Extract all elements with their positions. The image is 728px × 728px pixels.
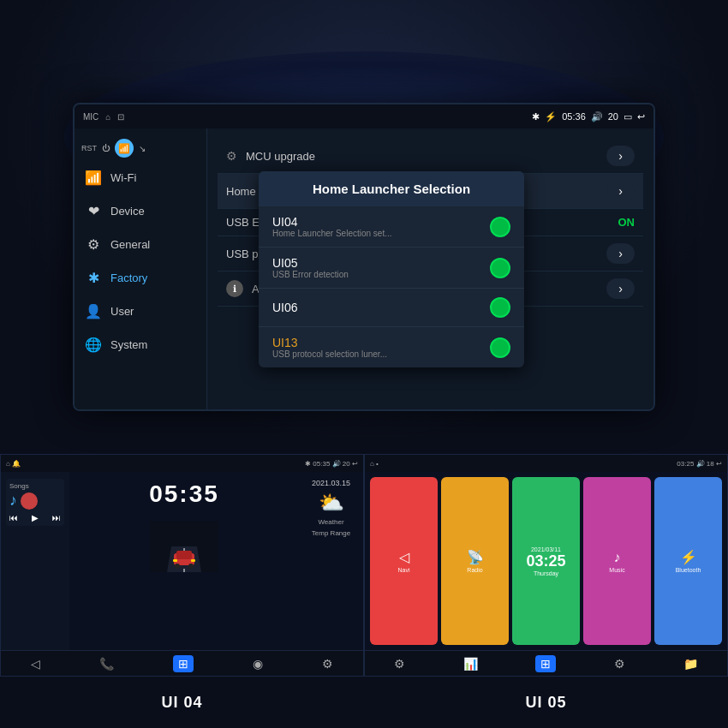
ui06-main: UI06	[272, 301, 298, 314]
home-icon: ⌂	[105, 112, 110, 122]
sidebar-item-system[interactable]: 🌐 System	[75, 328, 206, 361]
ui06-label: UI06	[272, 301, 298, 314]
sidebar-wifi-label: Wi-Fi	[110, 171, 136, 184]
rst-label[interactable]: RST	[81, 144, 97, 152]
ui05-apps-icon[interactable]: ⊞	[535, 655, 556, 672]
ui04-status-bar: ⌂ 🔔 ✱ 05:35 🔊 20 ↩	[1, 455, 363, 472]
volume-icon: 🔊	[591, 111, 603, 122]
clock-day: Thursday	[534, 570, 558, 576]
music-tile-label: Music	[609, 567, 624, 573]
prev-icon[interactable]: ⏮	[9, 513, 18, 522]
bottom-labels: UI 04 UI 05	[0, 677, 728, 728]
ui04-status-right: ✱ 05:35 🔊 20 ↩	[305, 460, 358, 468]
dialog-item-ui05[interactable]: UI05 USB Error detection	[259, 248, 524, 289]
ui05-back: ↩	[716, 460, 722, 468]
ui04-body: Songs ♪ ⏮ ▶ ⏭ 05:35	[1, 472, 363, 650]
dialog-item-ui04[interactable]: UI04 Home Launcher Selection set...	[259, 206, 524, 248]
ui04-time: 05:35	[313, 460, 330, 468]
navi-icon: ◁	[399, 549, 409, 565]
ui05-status-bar: ⌂ • 03:25 🔊 18 ↩	[365, 455, 727, 472]
ui04-left-panel: Songs ♪ ⏮ ▶ ⏭	[1, 472, 69, 650]
device-icon: ❤	[85, 203, 102, 219]
bluetooth-tile-icon: ⚡	[680, 549, 697, 565]
clock-tile: 2021/03/11 03:25 Thursday	[512, 477, 580, 645]
ui04-bell-icon: 🔔	[12, 460, 21, 468]
power-icon: ⏻	[102, 144, 110, 152]
music-songs-label: Songs	[9, 482, 61, 490]
nav-map-icon[interactable]: ◁	[31, 657, 40, 671]
main-screen: MIC ⌂ ⊡ ✱ ⚡ 05:36 🔊 20 ▭ ↩ RST ⏻ 📶 ↘ 📶	[73, 103, 655, 411]
ui04-home-icon: ⌂	[6, 460, 10, 468]
sidebar-item-user[interactable]: 👤 User	[75, 295, 206, 328]
mcu-arrow-button[interactable]: ›	[606, 146, 635, 166]
ui04-car-display	[150, 521, 218, 576]
ui05-folder-icon[interactable]: 📁	[683, 657, 698, 671]
music-disc	[21, 492, 38, 510]
mcu-label: MCU upgrade	[246, 150, 315, 163]
ui05-home-icon: ⌂	[370, 460, 374, 468]
music-tile[interactable]: ♪ Music	[583, 477, 651, 645]
status-left: MIC ⌂ ⊡	[83, 112, 124, 122]
back-icon[interactable]: ↩	[637, 111, 645, 122]
ui04-temp-label: Temp Range	[312, 529, 350, 537]
music-tile-icon: ♪	[614, 550, 621, 565]
ui04-back: ↩	[352, 460, 358, 468]
ui04-nav: ◁ 📞 ⊞ ◉ ⚙	[1, 650, 363, 676]
clock-date: 2021/03/11	[531, 546, 561, 552]
ui05-battery: 18	[707, 460, 714, 468]
ui06-toggle[interactable]	[490, 297, 510, 318]
ui05-gear-icon[interactable]: ⚙	[614, 657, 625, 671]
status-right: ✱ ⚡ 05:36 🔊 20 ▭ ↩	[532, 111, 645, 122]
ui05-stats-icon[interactable]: 📊	[463, 657, 478, 671]
ui05-time: 03:25	[677, 460, 694, 468]
nav-radio-icon[interactable]: ◉	[253, 657, 263, 671]
ui04-weather-icon: ⛅	[319, 491, 344, 515]
bluetooth-icon: ✱	[532, 111, 540, 122]
music-widget: Songs ♪ ⏮ ▶ ⏭	[6, 479, 64, 526]
radio-tile[interactable]: 📡 Radio	[441, 477, 509, 645]
bluetooth-tile[interactable]: ⚡ Bluetooth	[654, 477, 722, 645]
sidebar-item-general[interactable]: ⚙ General	[75, 228, 206, 261]
ui04-main: UI04	[272, 215, 392, 229]
ui05-status-left: ⌂ •	[370, 460, 379, 468]
sidebar-item-device[interactable]: ❤ Device	[75, 194, 206, 228]
usb-protocol-arrow-button[interactable]: ›	[606, 243, 635, 264]
main-panel: ⚙ MCU upgrade › Home Launcher Selection …	[207, 128, 653, 409]
sidebar-general-label: General	[110, 238, 150, 251]
launcher-arrow-button[interactable]: ›	[606, 181, 635, 201]
setting-row-mcu: ⚙ MCU upgrade ›	[218, 139, 643, 174]
sidebar-wifi-ball: 📶	[115, 139, 134, 158]
ui05-bottom-label: UI 05	[364, 677, 728, 728]
sidebar-device-label: Device	[110, 205, 145, 218]
ui05-toggle[interactable]	[490, 258, 510, 278]
status-bar: MIC ⌂ ⊡ ✱ ⚡ 05:36 🔊 20 ▭ ↩	[75, 104, 653, 128]
usb-error-toggle[interactable]: on	[618, 216, 636, 229]
ui05-label: UI05 USB Error detection	[272, 256, 349, 279]
nav-phone-icon[interactable]: 📞	[99, 657, 114, 671]
ui05-nav: ⚙ 📊 ⊞ ⚙ 📁	[365, 650, 727, 676]
nav-home-icon[interactable]: ⊞	[173, 655, 194, 672]
radio-label: Radio	[467, 567, 482, 573]
battery-icon: ▭	[624, 111, 632, 122]
screen-content: RST ⏻ 📶 ↘ 📶 Wi-Fi ❤ Device ⚙ General ✱ F…	[75, 128, 653, 409]
ui05-settings-icon[interactable]: ⚙	[394, 657, 405, 671]
mcu-label-row: ⚙ MCU upgrade	[226, 149, 315, 163]
ui13-main: UI13	[272, 336, 387, 349]
export-arrow-button[interactable]: ›	[606, 278, 635, 299]
ui04-sub: Home Launcher Selection set...	[272, 229, 392, 238]
play-icon[interactable]: ▶	[32, 513, 39, 522]
navi-tile[interactable]: ◁ Navi	[370, 477, 438, 645]
user-icon: 👤	[85, 303, 102, 319]
dialog-item-ui13[interactable]: UI13 USB protocol selection luner...	[259, 327, 524, 367]
sidebar-item-wifi[interactable]: 📶 Wi-Fi	[75, 161, 206, 194]
ui04-label: UI04 Home Launcher Selection set...	[272, 215, 392, 238]
music-note-icon: ♪	[9, 492, 17, 510]
ui13-toggle[interactable]	[490, 337, 510, 358]
dialog-item-ui06[interactable]: UI06	[259, 289, 524, 327]
dialog-title: Home Launcher Selection	[259, 171, 524, 206]
ui04-toggle[interactable]	[490, 217, 510, 237]
next-icon[interactable]: ⏭	[52, 513, 61, 522]
general-icon: ⚙	[85, 236, 102, 253]
sidebar-item-factory[interactable]: ✱ Factory	[75, 261, 206, 295]
nav-settings-icon[interactable]: ⚙	[322, 657, 333, 671]
